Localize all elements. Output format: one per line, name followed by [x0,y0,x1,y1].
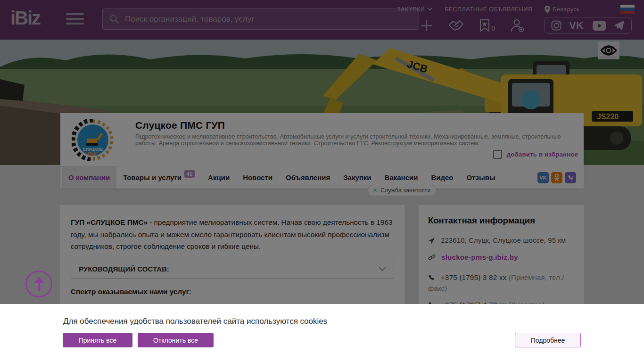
cookie-decline-button[interactable]: Отклонить все [138,333,214,347]
page: JS220 JCB iBiz [0,0,644,362]
cookie-accept-button[interactable]: Принять все [63,333,132,347]
cookie-message: Для обеспечения удобства пользователей с… [63,317,327,326]
cookie-banner: Для обеспечения удобства пользователей с… [0,304,644,362]
scroll-to-top-button[interactable] [25,271,52,297]
cookie-details-button[interactable]: Подробнее [515,333,581,347]
arrow-up-icon [33,277,45,292]
